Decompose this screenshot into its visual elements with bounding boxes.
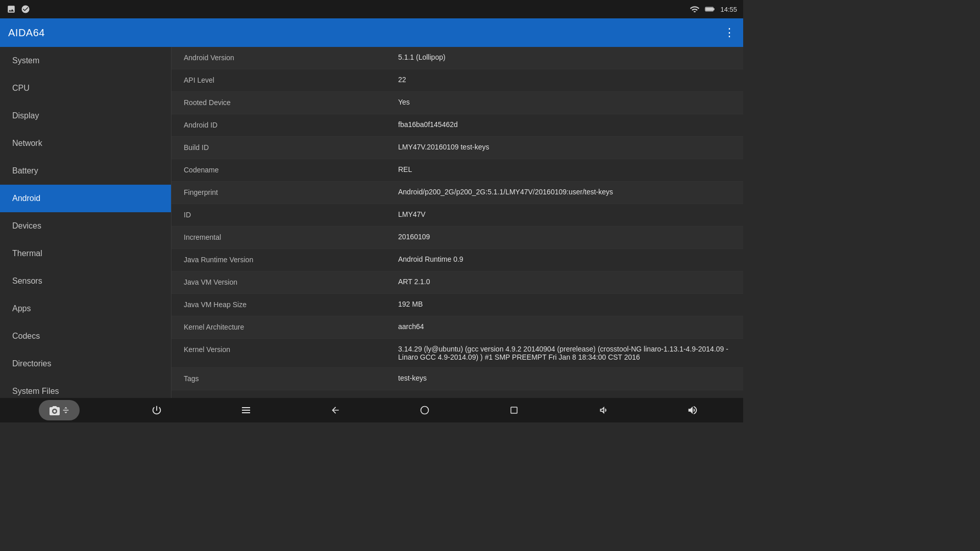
info-value: 192 MB [398, 300, 731, 308]
status-bar-right: 14:55 [690, 4, 737, 14]
info-value: 22 [398, 76, 731, 84]
info-row: IDLMY47V [172, 204, 743, 227]
battery-icon [705, 4, 715, 14]
volume-up-button[interactable] [680, 400, 705, 420]
info-key: Fingerprint [184, 188, 398, 196]
info-row: Kernel Version3.14.29 (ly@ubuntu) (gcc v… [172, 339, 743, 368]
sidebar-item-battery[interactable]: Battery [0, 157, 171, 185]
menu-button[interactable] [234, 400, 258, 420]
main-layout: SystemCPUDisplayNetworkBatteryAndroidDev… [0, 47, 743, 398]
info-key: Type [184, 396, 398, 398]
sidebar-item-codecs[interactable]: Codecs [0, 322, 171, 350]
bottom-bar [0, 398, 743, 422]
info-key: ID [184, 210, 398, 219]
time-display: 14:55 [720, 6, 737, 13]
sidebar-item-network[interactable]: Network [0, 130, 171, 157]
info-row: Incremental20160109 [172, 227, 743, 249]
status-bar-left [6, 4, 31, 14]
info-key: Android ID [184, 120, 398, 129]
info-key: Build ID [184, 143, 398, 152]
info-value: Android Runtime 0.9 [398, 255, 731, 263]
info-value: 20160109 [398, 233, 731, 241]
aida64-icon [20, 4, 31, 14]
info-key: Tags [184, 374, 398, 383]
info-key: Kernel Architecture [184, 322, 398, 331]
info-row: CodenameREL [172, 159, 743, 182]
sidebar-item-apps[interactable]: Apps [0, 295, 171, 322]
more-menu-button[interactable]: ⋮ [724, 26, 735, 39]
info-row: Android IDfba16ba0f145462d [172, 114, 743, 137]
info-key: Rooted Device [184, 98, 398, 107]
info-value: LMY47V [398, 210, 731, 218]
home-button[interactable] [412, 400, 437, 420]
info-row: Java VM VersionART 2.1.0 [172, 271, 743, 294]
info-key: Java VM Version [184, 278, 398, 286]
info-row: Build IDLMY47V.20160109 test-keys [172, 137, 743, 159]
sidebar-item-cpu[interactable]: CPU [0, 74, 171, 102]
info-key: API Level [184, 76, 398, 84]
svg-rect-5 [511, 407, 517, 413]
info-value: user [398, 396, 731, 398]
info-row: Java VM Heap Size192 MB [172, 294, 743, 316]
app-bar: AIDA64 ⋮ [0, 18, 743, 47]
photo-icon [6, 4, 16, 14]
info-value: LMY47V.20160109 test-keys [398, 143, 731, 151]
volume-down-button[interactable] [591, 400, 616, 420]
sidebar-item-devices[interactable]: Devices [0, 212, 171, 240]
svg-point-4 [421, 407, 428, 414]
info-value: Yes [398, 98, 731, 106]
info-row: Java Runtime VersionAndroid Runtime 0.9 [172, 249, 743, 271]
info-value: fba16ba0f145462d [398, 120, 731, 129]
info-key: Java Runtime Version [184, 255, 398, 264]
info-value: Android/p200_2G/p200_2G:5.1.1/LMY47V/201… [398, 188, 731, 196]
info-value: 5.1.1 (Lollipop) [398, 53, 731, 61]
info-row: Android Version5.1.1 (Lollipop) [172, 47, 743, 69]
sidebar-item-directories[interactable]: Directories [0, 350, 171, 378]
status-bar: 14:55 [0, 0, 743, 18]
content-area: Android Version5.1.1 (Lollipop)API Level… [172, 47, 743, 398]
sidebar: SystemCPUDisplayNetworkBatteryAndroidDev… [0, 47, 172, 398]
info-value: ART 2.1.0 [398, 278, 731, 286]
info-row: Kernel Architectureaarch64 [172, 316, 743, 339]
svg-rect-1 [714, 8, 715, 10]
info-value: 3.14.29 (ly@ubuntu) (gcc version 4.9.2 2… [398, 345, 731, 361]
sidebar-item-thermal[interactable]: Thermal [0, 240, 171, 267]
back-button[interactable] [323, 400, 348, 420]
info-row: Typeuser [172, 390, 743, 398]
info-row: Tagstest-keys [172, 368, 743, 390]
info-value: REL [398, 165, 731, 173]
wifi-icon [690, 4, 700, 14]
info-row: API Level22 [172, 69, 743, 92]
info-key: Java VM Heap Size [184, 300, 398, 309]
info-value: test-keys [398, 374, 731, 382]
sidebar-item-sensors[interactable]: Sensors [0, 267, 171, 295]
screenshot-button[interactable] [39, 400, 80, 420]
info-row: Rooted DeviceYes [172, 92, 743, 114]
sidebar-item-display[interactable]: Display [0, 102, 171, 130]
info-key: Incremental [184, 233, 398, 241]
info-key: Codename [184, 165, 398, 174]
sidebar-item-android[interactable]: Android [0, 185, 171, 212]
info-key: Android Version [184, 53, 398, 62]
info-key: Kernel Version [184, 345, 398, 354]
sidebar-item-systemfiles[interactable]: System Files [0, 378, 171, 398]
info-row: FingerprintAndroid/p200_2G/p200_2G:5.1.1… [172, 182, 743, 204]
info-value: aarch64 [398, 322, 731, 331]
sidebar-item-system[interactable]: System [0, 47, 171, 74]
power-button[interactable] [144, 400, 169, 420]
svg-point-3 [53, 410, 56, 413]
svg-rect-2 [706, 8, 714, 11]
app-title: AIDA64 [8, 27, 45, 39]
recent-apps-button[interactable] [502, 400, 526, 420]
